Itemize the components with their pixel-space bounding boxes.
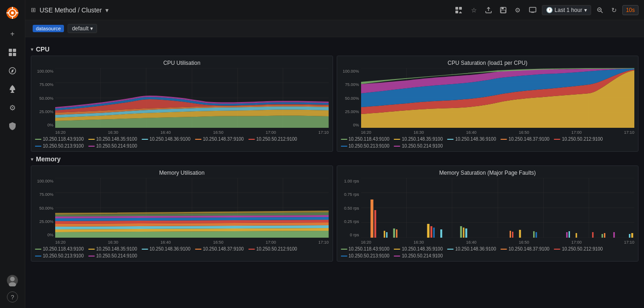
plus-icon[interactable]: + (4, 26, 21, 42)
svg-rect-23 (501, 7, 504, 9)
settings-icon[interactable]: ⚙ (4, 99, 21, 116)
svg-rect-24 (501, 10, 506, 13)
legend-item-2: 10.250.148.35:9100 (88, 137, 137, 142)
cpu-saturation-title: CPU Saturation (load1 per CPU) (337, 56, 638, 68)
svg-rect-96 (631, 233, 633, 238)
sat-legend-label-4: 10.250.148.37:9100 (508, 137, 549, 142)
save-button[interactable] (497, 5, 509, 15)
share-button[interactable] (483, 5, 494, 15)
grid-icon: ⊞ (31, 6, 36, 13)
sat-legend-label-3: 10.250.148.36:9100 (455, 137, 496, 142)
cpu-section-header[interactable]: ▾ CPU (31, 46, 638, 53)
datasource-selector[interactable]: default ▾ (68, 24, 97, 33)
title-dropdown-icon[interactable]: ▾ (105, 6, 109, 14)
svg-rect-89 (569, 231, 570, 238)
mem-legend-label-2: 10.250.148.35:9100 (96, 246, 137, 251)
memsat-legend-item-7: 10.250.50.214:9100 (394, 253, 443, 258)
svg-rect-17 (455, 7, 458, 10)
datasource-label: datasource (33, 25, 64, 32)
memsat-legend-color-7 (394, 256, 400, 257)
zoom-out-button[interactable] (594, 5, 606, 15)
alerting-icon[interactable] (4, 81, 21, 97)
datasource-chevron: ▾ (90, 25, 93, 32)
cpu-sat-legend: 10.250.118.43:9100 10.250.148.35:9100 10… (337, 135, 638, 151)
add-panel-button[interactable] (453, 5, 466, 15)
svg-rect-73 (386, 232, 387, 238)
mem-sat-x-axis: 16:2016:3016:4016:5017:0017:10 (361, 239, 635, 245)
memsat-legend-color-6 (341, 256, 347, 257)
shield-icon[interactable] (4, 118, 21, 134)
mem-legend-item-4: 10.250.148.37:9100 (195, 246, 244, 251)
refresh-button[interactable]: ↻ (609, 5, 620, 16)
svg-rect-90 (575, 233, 577, 238)
svg-rect-95 (629, 234, 630, 238)
svg-rect-9 (9, 53, 12, 56)
mem-legend-label-4: 10.250.148.37:9100 (203, 246, 244, 251)
legend-color-2 (88, 139, 95, 140)
svg-rect-19 (455, 11, 458, 13)
cpu-util-y-axis: 100.00%75.00%50.00%25.00%0% (35, 68, 55, 135)
star-button[interactable]: ☆ (468, 5, 480, 16)
memsat-legend-label-5: 10.250.50.212:9100 (562, 246, 603, 251)
dashboard-icon[interactable] (4, 44, 21, 61)
cpu-sat-chart-content: 16:2016:3016:4016:5017:0017:10 (361, 68, 635, 135)
topbar: ⊞ USE Method / Cluster ▾ ☆ (25, 0, 644, 20)
svg-rect-12 (12, 90, 13, 92)
memsat-legend-item-4: 10.250.148.37:9100 (500, 246, 549, 251)
svg-rect-82 (465, 228, 467, 238)
legend-item-1: 10.250.118.43:9100 (35, 137, 84, 142)
sat-legend-item-3: 10.250.148.36:9100 (447, 137, 496, 142)
svg-rect-86 (533, 231, 535, 238)
help-icon[interactable]: ? (7, 291, 18, 302)
time-picker[interactable]: 🕐 Last 1 hour ▾ (542, 5, 591, 15)
legend-color-1 (35, 139, 41, 140)
user-avatar[interactable] (4, 272, 21, 289)
svg-rect-25 (529, 7, 536, 12)
sat-legend-label-5: 10.250.50.212:9100 (562, 137, 603, 142)
legend-item-6: 10.250.50.213:9100 (35, 143, 84, 148)
refresh-interval[interactable]: 10s (622, 5, 638, 15)
legend-label-2: 10.250.148.35:9100 (96, 137, 137, 142)
mem-util-chart-content: 16:2016:3016:4016:5017:0017:10 (55, 178, 329, 245)
sat-legend-color-2 (394, 139, 400, 140)
memory-saturation-title: Memory Saturation (Major Page Faults) (337, 166, 638, 178)
display-button[interactable] (526, 5, 539, 15)
legend-color-3 (142, 139, 148, 140)
sat-legend-label-7: 10.250.50.214:9100 (402, 143, 443, 148)
memory-chevron-icon: ▾ (31, 157, 33, 162)
svg-rect-83 (509, 231, 511, 238)
memsat-legend-label-2: 10.250.148.35:9100 (402, 246, 443, 251)
mem-legend-item-5: 10.250.50.212:9100 (248, 246, 297, 251)
topbar-actions: ☆ ⚙ 🕐 L (453, 5, 638, 16)
settings-button[interactable]: ⚙ (512, 5, 523, 16)
svg-rect-94 (613, 232, 615, 238)
memory-saturation-chart: 1.00 rps0.75 rps0.50 rps0.25 rps0 rps (337, 178, 638, 245)
legend-color-5 (248, 139, 255, 140)
sat-legend-label-6: 10.250.50.213:9100 (349, 143, 390, 148)
mem-util-legend: 10.250.118.43:9100 10.250.148.35:9100 10… (31, 245, 333, 261)
svg-rect-7 (9, 49, 12, 52)
svg-rect-84 (512, 232, 513, 238)
cpu-utilisation-panel: CPU Utilisation 100.00%75.00%50.00%25.00… (31, 56, 333, 152)
cpu-util-x-axis: 16:2016:3016:4016:5017:0017:10 (55, 129, 329, 135)
svg-rect-18 (459, 7, 462, 10)
memsat-legend-label-7: 10.250.50.214:9100 (402, 253, 443, 258)
svg-rect-13 (11, 92, 14, 93)
memsat-legend-color-4 (500, 249, 507, 250)
memory-section-header[interactable]: ▾ Memory (31, 155, 638, 163)
memsat-legend-label-1: 10.250.118.43:9100 (349, 246, 390, 251)
grafana-logo[interactable] (4, 5, 21, 21)
sat-legend-label-2: 10.250.148.35:9100 (402, 137, 443, 142)
svg-rect-75 (396, 229, 397, 238)
sat-legend-color-5 (554, 139, 560, 140)
memsat-legend-label-3: 10.250.148.36:9100 (455, 246, 496, 251)
legend-label-6: 10.250.50.213:9100 (43, 143, 84, 148)
mem-sat-legend: 10.250.118.43:9100 10.250.148.35:9100 10… (337, 245, 638, 261)
explore-icon[interactable] (4, 63, 21, 79)
datasource-value: default (72, 25, 88, 32)
memory-utilisation-chart: 100.00%75.00%50.00%25.00%0% (31, 178, 333, 245)
clock-icon: 🕐 (546, 7, 553, 13)
svg-rect-81 (463, 228, 464, 238)
svg-line-28 (601, 11, 603, 13)
memsat-legend-item-6: 10.250.50.213:9100 (341, 253, 390, 258)
